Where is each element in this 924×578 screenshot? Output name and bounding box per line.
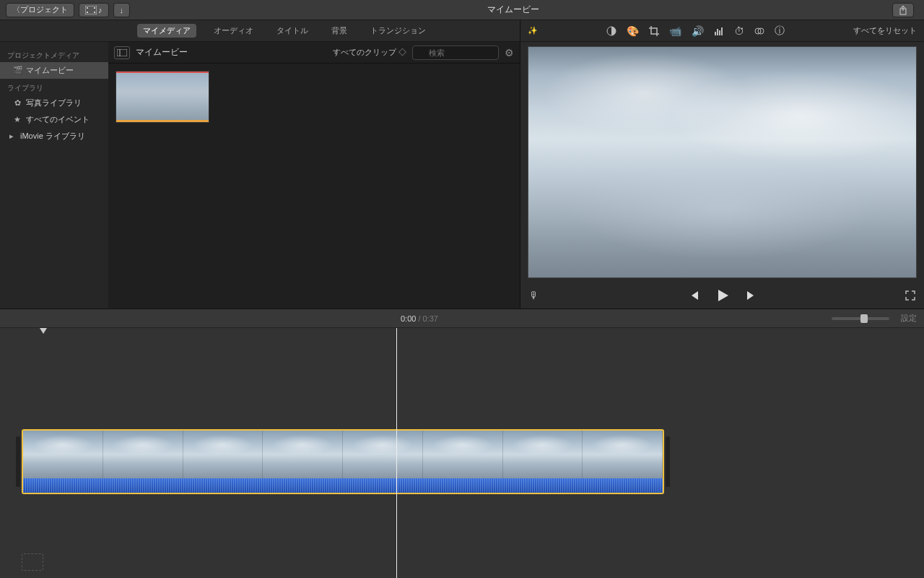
clip-frame <box>343 431 423 478</box>
svg-rect-1 <box>87 7 88 9</box>
sidebar-item-all-events[interactable]: ★ すべてのイベント <box>0 111 108 128</box>
transport-bar: 🎙 <box>520 282 924 309</box>
star-icon: ★ <box>13 115 22 124</box>
sidebar-toggle-button[interactable] <box>114 46 130 59</box>
download-arrow-icon: ↓ <box>120 6 124 14</box>
reset-all-button[interactable]: すべてをリセット <box>853 25 917 36</box>
disclosure-triangle-icon: ▸ <box>7 131 16 141</box>
crop-icon <box>649 26 659 36</box>
clip-area-title: マイムービー <box>136 46 188 59</box>
clip-filter-dropdown[interactable]: すべてのクリップ ◇ <box>333 47 406 58</box>
speed-button[interactable]: ⏱ <box>734 25 744 37</box>
clip-frame <box>583 431 663 478</box>
back-label: プロジェクト <box>20 4 68 15</box>
filmstrip-icon <box>85 6 97 14</box>
speedometer-icon: ⏱ <box>734 25 744 37</box>
zoom-slider[interactable] <box>832 317 889 320</box>
camera-icon: 📹 <box>669 25 681 37</box>
sidebar-item-imovie-library[interactable]: ▸ iMovie ライブラリ <box>0 128 108 144</box>
clip-frame <box>103 431 183 478</box>
prev-button[interactable] <box>688 290 699 301</box>
svg-rect-6 <box>117 49 127 56</box>
clip-frame <box>503 431 583 478</box>
clip-filter-label: すべてのクリップ <box>333 48 396 56</box>
enhance-button[interactable]: ✨ <box>528 26 538 35</box>
svg-rect-10 <box>717 29 718 35</box>
info-button[interactable]: ⓘ <box>775 25 785 38</box>
timecode-display: 0:00 / 0:37 <box>7 314 832 323</box>
crop-button[interactable] <box>649 26 659 36</box>
gear-icon: ⚙ <box>505 47 514 59</box>
audio-drop-zone[interactable] <box>22 553 43 571</box>
tab-transitions[interactable]: トランジション <box>365 24 432 38</box>
updown-chevron-icon: ◇ <box>398 48 406 56</box>
music-note-icon: ♪ <box>98 6 103 14</box>
sidebar-all-events-label: すべてのイベント <box>26 114 90 125</box>
timecode-duration: 0:37 <box>423 314 438 323</box>
play-button[interactable] <box>715 288 730 303</box>
clip-trim-handle-right[interactable] <box>666 436 670 487</box>
clip-frame <box>183 431 263 478</box>
filters-button[interactable] <box>754 26 764 36</box>
overlap-circles-icon <box>754 26 764 36</box>
clip-frame <box>263 431 343 478</box>
tab-titles[interactable]: タイトル <box>271 24 314 38</box>
skip-back-icon <box>688 290 699 301</box>
stabilization-button[interactable]: 📹 <box>669 25 681 37</box>
volume-button[interactable]: 🔊 <box>692 25 704 37</box>
tab-my-media[interactable]: マイメディア <box>137 24 196 38</box>
viewer-panel: ✨ 🎨 📹 🔊 ⏱ ⓘ すべてをリセット 🎙 <box>520 20 924 309</box>
media-import-button[interactable]: ♪ <box>79 3 109 17</box>
timeline-clip[interactable] <box>22 429 664 494</box>
noise-eq-button[interactable] <box>714 26 724 36</box>
clip-thumbnail[interactable] <box>116 71 209 123</box>
voiceover-button[interactable]: 🎙 <box>529 290 539 301</box>
search-wrap: 🔍 <box>412 46 499 60</box>
svg-rect-3 <box>94 7 95 9</box>
share-button[interactable] <box>892 3 914 17</box>
clip-toolbar: マイムービー すべてのクリップ ◇ 🔍 ⚙ <box>108 42 520 64</box>
import-download-button[interactable]: ↓ <box>113 3 131 17</box>
media-browser-panel: マイメディア オーディオ タイトル 背景 トランジション プロジェクトメディア … <box>0 20 520 309</box>
speaker-icon: 🔊 <box>692 25 704 37</box>
sidebar-item-photo-library[interactable]: ✿ 写真ライブラリ <box>0 95 108 111</box>
palette-icon: 🎨 <box>627 25 639 37</box>
sidebar-item-my-movie[interactable]: 🎬 マイムービー <box>0 62 108 79</box>
svg-rect-4 <box>94 12 95 13</box>
skip-forward-icon <box>746 290 757 301</box>
back-to-projects-button[interactable]: 〈 プロジェクト <box>6 3 74 17</box>
tab-audio[interactable]: オーディオ <box>208 24 259 38</box>
magic-wand-icon: ✨ <box>528 26 538 35</box>
info-icon: ⓘ <box>775 25 785 36</box>
svg-rect-2 <box>87 12 88 13</box>
share-icon <box>899 5 907 15</box>
svg-rect-12 <box>721 27 723 35</box>
microphone-icon: 🎙 <box>529 290 539 301</box>
preview-viewport[interactable] <box>528 46 917 278</box>
zoom-knob[interactable] <box>860 314 868 323</box>
search-input[interactable] <box>412 46 499 60</box>
color-balance-button[interactable] <box>606 26 616 36</box>
color-correction-button[interactable]: 🎨 <box>627 25 639 37</box>
clip-trim-handle-left[interactable] <box>16 436 20 487</box>
sidebar-my-movie-label: マイムービー <box>26 65 74 76</box>
timeline-settings-button[interactable]: 設定 <box>901 313 917 324</box>
clip-audio-waveform[interactable] <box>23 478 663 494</box>
window-title: マイムービー <box>134 4 892 16</box>
sidebar-hdr-project-media: プロジェクトメディア <box>0 46 108 62</box>
clip-grid <box>108 64 520 309</box>
clip-settings-button[interactable]: ⚙ <box>505 47 514 59</box>
svg-rect-11 <box>719 30 720 35</box>
clip-filmstrip <box>23 431 663 478</box>
playhead[interactable] <box>396 328 397 578</box>
clapperboard-icon: 🎬 <box>13 66 22 75</box>
tab-backgrounds[interactable]: 背景 <box>326 24 353 38</box>
playhead-marker-icon[interactable] <box>40 328 47 334</box>
next-button[interactable] <box>746 290 757 301</box>
svg-rect-9 <box>715 32 716 35</box>
flower-icon: ✿ <box>13 98 22 108</box>
fullscreen-button[interactable] <box>905 290 915 301</box>
sidebar-imovie-library-label: iMovie ライブラリ <box>20 131 85 142</box>
timeline[interactable] <box>0 328 924 578</box>
sidebar-hdr-library: ライブラリ <box>0 79 108 95</box>
